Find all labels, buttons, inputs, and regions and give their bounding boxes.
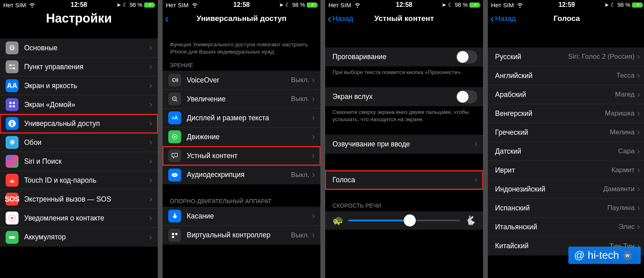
- chevron-right-icon: ›: [312, 231, 315, 240]
- settings-row-exposure[interactable]: Уведомления о контакте ›: [0, 209, 158, 228]
- svg-rect-29: [172, 233, 174, 235]
- toggles-icon: [6, 60, 19, 73]
- row-spoken-content[interactable]: ⠿ Устный контент ›: [163, 146, 320, 165]
- row-zoom[interactable]: Увеличение Выкл. ›: [163, 90, 320, 109]
- status-bar: Нет SIM 12:58 ➤ ☾ 98 % ⚡: [325, 0, 483, 10]
- voice-row[interactable]: АрабскийМагед›: [488, 85, 644, 104]
- svg-rect-4: [9, 102, 11, 104]
- row-motion[interactable]: Движение ›: [163, 128, 320, 146]
- chevron-right-icon: ›: [149, 195, 152, 204]
- chevron-right-icon: ›: [149, 81, 152, 90]
- voice-row[interactable]: ИндонезийскийДамаянти›: [488, 180, 644, 199]
- note-speak-screen: Смахните сверху экрана вниз двумя пальца…: [325, 106, 483, 127]
- svg-rect-5: [13, 102, 15, 104]
- speech-rate-slider[interactable]: [348, 220, 460, 221]
- group-header-motor: ОПОРНО-ДВИГАТЕЛЬНЫЙ АППАРАТ: [163, 196, 320, 207]
- text-size-icon: AA: [168, 111, 181, 124]
- voice-row[interactable]: ВенгерскийМаришка›: [488, 104, 644, 123]
- voice-row[interactable]: ИспанскийПаулина›: [488, 199, 644, 218]
- voiceover-icon: [168, 74, 181, 86]
- speech-bubble-icon: ⠿: [168, 149, 181, 162]
- chevron-right-icon: ›: [475, 175, 477, 184]
- switch-control-icon: [168, 229, 181, 242]
- watermark-badge: @ hi-techw: [568, 247, 641, 264]
- status-bar: Нет SIM 12:58 ➤ ☾ 98 % ⚡: [163, 0, 320, 10]
- chevron-right-icon: ›: [149, 43, 152, 52]
- row-switch-control[interactable]: Виртуальный контроллер Выкл. ›: [163, 226, 320, 245]
- chevron-left-icon: ‹: [165, 15, 169, 22]
- settings-row-home-screen[interactable]: Экран «Домой» ›: [0, 95, 158, 114]
- moon-icon: ☾: [285, 2, 291, 8]
- home-grid-icon: [6, 98, 19, 111]
- voice-row[interactable]: ДатскийСара›: [488, 142, 644, 161]
- voice-row[interactable]: ГреческийМелина›: [488, 123, 644, 142]
- svg-point-9: [12, 121, 13, 122]
- svg-rect-20: [15, 237, 16, 238]
- svg-point-10: [11, 217, 13, 219]
- fingerprint-icon: [6, 174, 19, 187]
- voice-row[interactable]: ИтальянскийЭлис›: [488, 218, 644, 237]
- battery-icon: [6, 231, 19, 244]
- moon-icon: ☾: [123, 2, 128, 8]
- back-button[interactable]: ‹ Назад: [328, 14, 353, 23]
- carrier-text: Нет SIM: [491, 2, 514, 8]
- wifi-icon: [353, 0, 362, 10]
- nav-header: ‹ Универсальный доступ: [163, 10, 320, 27]
- chevron-right-icon: ›: [637, 204, 640, 212]
- chevron-right-icon: ›: [637, 109, 640, 118]
- settings-row-display[interactable]: AA Экран и яркость ›: [0, 76, 158, 95]
- chevron-right-icon: ›: [637, 90, 640, 99]
- chevron-right-icon: ›: [475, 140, 477, 148]
- back-button[interactable]: ‹ Назад: [490, 14, 516, 23]
- chevron-right-icon: ›: [637, 147, 640, 156]
- battery-percent: 98 %: [292, 2, 305, 8]
- svg-point-12: [12, 220, 12, 221]
- tortoise-icon: 🐢: [332, 215, 343, 226]
- row-display-text[interactable]: AA Дисплей и размер текста ›: [163, 109, 320, 128]
- settings-row-siri[interactable]: Siri и Поиск ›: [0, 152, 158, 171]
- row-speak-screen[interactable]: Экран вслух: [325, 87, 483, 106]
- row-voices[interactable]: Голоса ›: [325, 171, 483, 189]
- chevron-right-icon: ›: [149, 100, 152, 109]
- back-button[interactable]: ‹: [165, 15, 170, 22]
- voice-row[interactable]: РусскийSiri: Голос 2 (Россия)›: [488, 47, 644, 66]
- status-time: 12:59: [559, 1, 575, 8]
- battery-icon: ⚡: [144, 2, 155, 8]
- svg-rect-1: [12, 64, 15, 66]
- chevron-right-icon: ›: [637, 185, 640, 194]
- row-touch[interactable]: Касание ›: [163, 207, 320, 226]
- toggle-speak-screen[interactable]: [456, 90, 477, 103]
- settings-row-touchid[interactable]: Touch ID и код-пароль ›: [0, 171, 158, 190]
- location-icon: ➤: [442, 2, 446, 8]
- location-icon: ➤: [279, 2, 284, 8]
- nav-header: ‹ Назад Голоса: [488, 10, 644, 27]
- settings-row-sos[interactable]: SOS Экстренный вызов — SOS ›: [0, 190, 158, 209]
- row-audio-description[interactable]: Аудиодескрипция Выкл. ›: [163, 165, 320, 184]
- row-voiceover[interactable]: VoiceOver Выкл. ›: [163, 71, 320, 90]
- voice-row[interactable]: ИвритКармит›: [488, 161, 644, 180]
- svg-rect-0: [9, 64, 12, 66]
- svg-rect-3: [12, 68, 15, 69]
- svg-point-22: [173, 80, 174, 81]
- battery-percent: 98 %: [617, 2, 630, 8]
- row-speak-selection[interactable]: Проговаривание: [325, 47, 483, 66]
- chevron-right-icon: ›: [312, 132, 315, 141]
- settings-row-battery[interactable]: Аккумулятор ›: [0, 228, 158, 247]
- voice-row[interactable]: АнглийскийТесса›: [488, 66, 644, 85]
- moon-icon: ☾: [448, 2, 453, 8]
- svg-rect-30: [175, 233, 178, 235]
- svg-point-23: [172, 97, 176, 101]
- svg-rect-31: [172, 236, 174, 238]
- settings-row-control-center[interactable]: Пункт управления ›: [0, 58, 158, 76]
- settings-row-accessibility[interactable]: Универсальный доступ ›: [0, 114, 158, 133]
- settings-row-wallpaper[interactable]: ❋ Обои ›: [0, 133, 158, 152]
- svg-point-18: [14, 220, 14, 220]
- row-typing-feedback[interactable]: Озвучивание при вводе ›: [325, 135, 483, 154]
- chevron-right-icon: ›: [149, 176, 152, 185]
- status-bar: Нет SIM 12:59 ➤ ☾ 98 % ⚡: [488, 0, 644, 10]
- location-icon: ➤: [604, 2, 609, 8]
- gear-icon: ⚙: [6, 41, 19, 54]
- chevron-right-icon: ›: [312, 212, 315, 220]
- settings-row-general[interactable]: ⚙ Основные ›: [0, 39, 158, 58]
- toggle-speak-selection[interactable]: [456, 50, 477, 64]
